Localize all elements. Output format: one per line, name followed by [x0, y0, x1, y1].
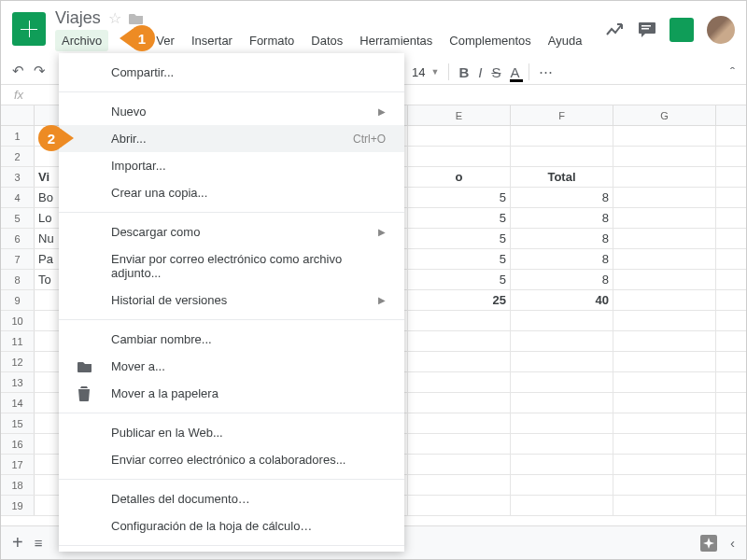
menu-detalles[interactable]: Detalles del documento…	[59, 485, 404, 512]
redo-icon[interactable]: ↷	[34, 63, 46, 79]
row-header[interactable]: 9	[1, 290, 35, 310]
row-header[interactable]: 16	[1, 434, 35, 454]
row-header[interactable]: 5	[1, 208, 35, 228]
menu-formato[interactable]: Formato	[243, 30, 301, 51]
menu-abrir[interactable]: Abrir...Ctrl+O	[59, 125, 404, 152]
menu-insertar[interactable]: Insertar	[185, 30, 239, 51]
menu-nuevo[interactable]: Nuevo▶	[59, 98, 404, 125]
cell[interactable]	[613, 475, 716, 495]
select-all-corner[interactable]	[1, 105, 35, 125]
cell[interactable]: 5	[408, 188, 511, 207]
cell[interactable]	[613, 147, 716, 166]
cell[interactable]	[408, 455, 511, 474]
cell[interactable]	[613, 352, 716, 371]
explore-icon[interactable]	[700, 535, 717, 552]
cell[interactable]	[408, 331, 511, 351]
row-header[interactable]: 8	[1, 270, 35, 289]
cell[interactable]: Total	[511, 167, 613, 187]
row-header[interactable]: 17	[1, 455, 35, 474]
cell[interactable]	[613, 229, 716, 248]
row-header[interactable]: 3	[1, 167, 35, 187]
cell[interactable]	[511, 126, 613, 146]
menu-crear-copia[interactable]: Crear una copia...	[59, 179, 404, 206]
cell[interactable]	[613, 311, 716, 330]
chevron-left-icon[interactable]: ‹	[730, 535, 735, 551]
cell[interactable]: 5	[408, 270, 511, 289]
row-header[interactable]: 1	[1, 126, 35, 146]
menu-importar[interactable]: Importar...	[59, 152, 404, 179]
doc-title[interactable]: Viajes	[55, 8, 101, 28]
menu-mover-a[interactable]: Mover a...	[59, 353, 404, 380]
cell[interactable]	[511, 393, 613, 413]
cell[interactable]	[408, 147, 511, 166]
folder-icon[interactable]	[129, 12, 144, 25]
cell[interactable]	[613, 290, 716, 310]
cell[interactable]	[511, 311, 613, 330]
cell[interactable]: 8	[511, 208, 613, 228]
cell[interactable]: 8	[511, 249, 613, 269]
avatar[interactable]	[707, 16, 735, 44]
row-header[interactable]: 14	[1, 393, 35, 413]
menu-papelera[interactable]: Mover a la papelera	[59, 380, 404, 407]
row-header[interactable]: 18	[1, 475, 35, 495]
share-button[interactable]	[669, 18, 694, 42]
menu-compartir[interactable]: Compartir...	[59, 59, 404, 86]
menu-publicar[interactable]: Publicar en la Web...	[59, 419, 404, 446]
cell[interactable]	[408, 413, 511, 433]
cell[interactable]: o	[408, 167, 511, 187]
cell[interactable]	[613, 167, 716, 187]
cell[interactable]	[408, 352, 511, 371]
menu-archivo[interactable]: Archivo	[55, 30, 108, 51]
row-header[interactable]: 12	[1, 352, 35, 371]
menu-complementos[interactable]: Complementos	[443, 30, 537, 51]
cell[interactable]	[613, 208, 716, 228]
row-header[interactable]: 6	[1, 229, 35, 248]
cell[interactable]	[613, 434, 716, 454]
menu-cambiar-nombre[interactable]: Cambiar nombre...	[59, 326, 404, 353]
cell[interactable]	[511, 434, 613, 454]
row-header[interactable]: 15	[1, 413, 35, 433]
menu-config[interactable]: Configuración de la hoja de cálculo…	[59, 512, 404, 539]
trend-icon[interactable]	[606, 23, 625, 36]
menu-enviar-adjunto[interactable]: Enviar por correo electrónico como archi…	[59, 245, 404, 287]
cell[interactable]	[613, 188, 716, 207]
add-sheet-icon[interactable]: +	[12, 532, 23, 553]
undo-icon[interactable]: ↶	[12, 63, 24, 79]
cell[interactable]	[511, 475, 613, 495]
row-header[interactable]: 11	[1, 331, 35, 351]
row-header[interactable]: 4	[1, 188, 35, 207]
cell[interactable]: 8	[511, 229, 613, 248]
cell[interactable]: 5	[408, 249, 511, 269]
cell[interactable]	[408, 126, 511, 146]
cell[interactable]	[613, 413, 716, 433]
row-header[interactable]: 10	[1, 311, 35, 330]
cell[interactable]	[408, 496, 511, 515]
row-header[interactable]: 2	[1, 147, 35, 166]
cell[interactable]	[613, 270, 716, 289]
cell[interactable]	[613, 249, 716, 269]
menu-datos[interactable]: Datos	[304, 30, 349, 51]
col-header[interactable]: F	[511, 105, 613, 125]
menu-descargar[interactable]: Descargar como▶	[59, 218, 404, 245]
cell[interactable]: 40	[511, 290, 613, 310]
comment-icon[interactable]	[638, 21, 656, 38]
sheets-logo[interactable]	[12, 12, 46, 46]
text-color-icon[interactable]: A	[510, 64, 519, 80]
cell[interactable]: 8	[511, 188, 613, 207]
cell[interactable]	[511, 413, 613, 433]
cell[interactable]	[511, 455, 613, 474]
cell[interactable]: 25	[408, 290, 511, 310]
all-sheets-icon[interactable]: ≡	[35, 535, 43, 551]
cell[interactable]	[408, 434, 511, 454]
cell[interactable]	[511, 147, 613, 166]
row-header[interactable]: 13	[1, 372, 35, 392]
cell[interactable]	[613, 393, 716, 413]
cell[interactable]	[408, 372, 511, 392]
cell[interactable]	[408, 393, 511, 413]
more-icon[interactable]: ⋯	[539, 63, 553, 80]
cell[interactable]	[613, 372, 716, 392]
cell[interactable]	[511, 352, 613, 371]
cell[interactable]	[613, 455, 716, 474]
cell[interactable]: 5	[408, 229, 511, 248]
star-icon[interactable]: ☆	[108, 9, 121, 27]
